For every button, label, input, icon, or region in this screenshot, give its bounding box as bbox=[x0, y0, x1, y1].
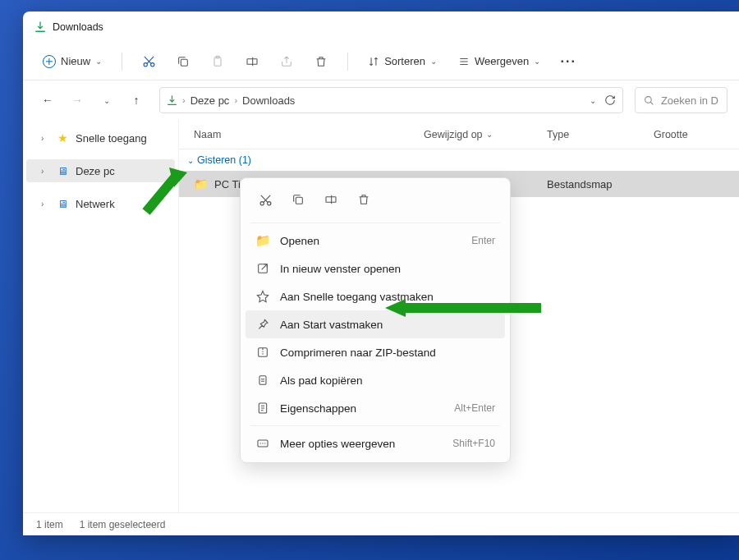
cut-button[interactable] bbox=[134, 47, 163, 76]
pin-icon bbox=[255, 317, 270, 332]
rename-button[interactable] bbox=[316, 186, 346, 213]
recent-button[interactable]: ⌄ bbox=[94, 87, 120, 113]
search-placeholder: Zoeken in D bbox=[661, 94, 718, 107]
more-button[interactable]: ··· bbox=[553, 47, 583, 76]
column-modified[interactable]: Gewijzigd op ⌄ bbox=[424, 129, 547, 140]
separator bbox=[122, 53, 122, 71]
share-button bbox=[272, 47, 301, 76]
sort-button[interactable]: Sorteren ⌄ bbox=[360, 50, 445, 72]
monitor-icon: 🖥 bbox=[56, 164, 69, 177]
context-menu-shortcut: Enter bbox=[471, 235, 495, 246]
copy-path-icon bbox=[255, 373, 270, 388]
context-menu-toolbar bbox=[246, 183, 505, 219]
context-menu-item[interactable]: In nieuw venster openen bbox=[246, 255, 505, 282]
svg-rect-5 bbox=[247, 58, 257, 64]
svg-marker-19 bbox=[385, 299, 406, 317]
chevron-down-icon: ⌄ bbox=[430, 57, 437, 66]
context-menu-label: In nieuw venster openen bbox=[280, 263, 401, 275]
column-size[interactable]: Grootte bbox=[654, 129, 724, 140]
context-menu-item[interactable]: 📁OpenenEnter bbox=[246, 227, 505, 255]
titlebar: Downloads bbox=[23, 11, 739, 43]
svg-point-8 bbox=[267, 201, 270, 204]
group-label: Gisteren (1) bbox=[197, 154, 251, 166]
cut-button[interactable] bbox=[250, 186, 280, 213]
context-menu-item[interactable]: Comprimeren naar ZIP-bestand bbox=[246, 338, 505, 366]
navigation-bar: ← → ⌄ ↑ › Deze pc › Downloads ⌄ Zoeken i… bbox=[23, 80, 739, 120]
window-title: Downloads bbox=[53, 21, 103, 33]
status-selected: 1 item geselecteerd bbox=[80, 519, 166, 530]
external-icon bbox=[255, 261, 270, 276]
status-count: 1 item bbox=[36, 519, 63, 530]
svg-line-16 bbox=[146, 177, 175, 212]
folder-icon: 📁 bbox=[255, 233, 270, 248]
download-icon bbox=[167, 95, 177, 106]
column-name[interactable]: Naam bbox=[194, 129, 424, 140]
more-icon: ··· bbox=[561, 54, 576, 69]
rename-button[interactable] bbox=[237, 47, 267, 76]
refresh-button[interactable] bbox=[604, 94, 616, 106]
context-menu-item[interactable]: Meer opties weergevenShift+F10 bbox=[246, 429, 505, 457]
separator bbox=[250, 425, 500, 426]
svg-rect-10 bbox=[326, 197, 336, 203]
sort-label: Sorteren bbox=[384, 55, 425, 67]
delete-button[interactable] bbox=[306, 47, 336, 76]
chevron-right-icon: › bbox=[41, 167, 49, 176]
sidebar-item-label: Deze pc bbox=[76, 165, 115, 177]
group-header[interactable]: ⌄ Gisteren (1) bbox=[179, 149, 739, 171]
context-menu-label: Eigenschappen bbox=[280, 402, 356, 415]
delete-button[interactable] bbox=[349, 186, 379, 213]
breadcrumb-sep: › bbox=[182, 95, 186, 105]
folder-icon: 📁 bbox=[194, 177, 208, 190]
context-menu-label: Comprimeren naar ZIP-bestand bbox=[280, 347, 436, 359]
sidebar-item-label: Netwerk bbox=[76, 198, 115, 210]
annotation-arrow bbox=[138, 163, 195, 220]
download-icon bbox=[34, 21, 46, 33]
more-icon bbox=[255, 436, 270, 451]
copy-button[interactable] bbox=[283, 186, 313, 213]
chevron-down-icon[interactable]: ⌄ bbox=[590, 96, 596, 105]
view-button[interactable]: Weergeven ⌄ bbox=[450, 50, 549, 72]
sidebar-item-quick-access[interactable]: › ★ Snelle toegang bbox=[26, 126, 175, 149]
new-button[interactable]: Nieuw ⌄ bbox=[34, 50, 110, 73]
copy-button[interactable] bbox=[168, 47, 198, 76]
star-icon: ★ bbox=[56, 131, 69, 145]
column-headers: Naam Gewijzigd op ⌄ Type Grootte bbox=[179, 120, 739, 149]
new-label: Nieuw bbox=[61, 55, 90, 67]
breadcrumb-item[interactable]: Downloads bbox=[242, 94, 295, 107]
up-button[interactable]: ↑ bbox=[123, 87, 149, 113]
back-button[interactable]: ← bbox=[34, 87, 61, 113]
plus-icon bbox=[43, 55, 56, 68]
breadcrumb-item[interactable]: Deze pc bbox=[190, 94, 230, 107]
sidebar-item-label: Snelle toegang bbox=[76, 132, 147, 145]
address-bar[interactable]: › Deze pc › Downloads ⌄ bbox=[159, 87, 623, 113]
properties-icon bbox=[255, 401, 270, 415]
breadcrumb-sep: › bbox=[234, 95, 237, 105]
zip-icon bbox=[255, 345, 270, 360]
separator bbox=[250, 223, 500, 223]
context-menu-label: Aan Start vastmaken bbox=[280, 319, 383, 331]
search-icon bbox=[644, 95, 654, 106]
toolbar: Nieuw ⌄ Sorteren ⌄ Weergeven bbox=[23, 43, 739, 80]
context-menu: 📁OpenenEnterIn nieuw venster openenAan S… bbox=[240, 177, 511, 463]
svg-rect-2 bbox=[181, 59, 187, 66]
chevron-right-icon: › bbox=[41, 134, 49, 143]
svg-rect-13 bbox=[259, 376, 266, 385]
chevron-down-icon: ⌄ bbox=[534, 57, 540, 66]
context-menu-shortcut: Alt+Enter bbox=[454, 402, 495, 414]
status-bar: 1 item 1 item geselecteerd bbox=[23, 512, 739, 535]
annotation-arrow bbox=[381, 296, 545, 320]
file-type: Bestandsmap bbox=[547, 178, 654, 190]
svg-rect-9 bbox=[296, 197, 302, 204]
chevron-down-icon: ⌄ bbox=[95, 57, 102, 66]
network-icon: 🖥 bbox=[56, 197, 69, 210]
search-input[interactable]: Zoeken in D bbox=[635, 87, 728, 113]
column-type[interactable]: Type bbox=[547, 129, 654, 140]
sort-icon bbox=[368, 56, 379, 67]
svg-point-6 bbox=[645, 96, 652, 103]
context-menu-item[interactable]: Als pad kopiëren bbox=[246, 366, 505, 394]
context-menu-label: Meer opties weergeven bbox=[280, 438, 395, 450]
svg-point-1 bbox=[150, 63, 154, 67]
context-menu-item[interactable]: EigenschappenAlt+Enter bbox=[246, 394, 505, 422]
star-outline-icon bbox=[255, 289, 270, 304]
chevron-right-icon: › bbox=[41, 200, 49, 209]
